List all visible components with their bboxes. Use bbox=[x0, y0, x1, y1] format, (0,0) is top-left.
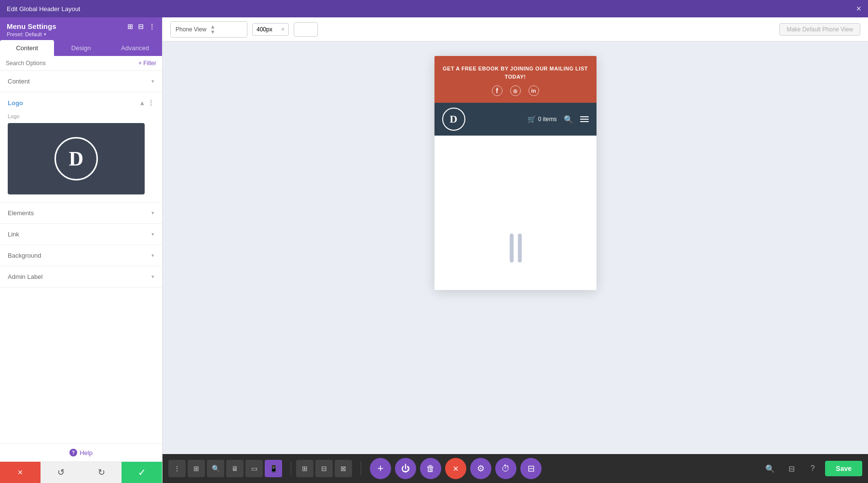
panel-columns-icon[interactable]: ⊟ bbox=[138, 23, 144, 30]
layout-tools-group: ⊞ ⊟ ⊠ bbox=[296, 460, 352, 477]
help-icon: ? bbox=[69, 449, 77, 456]
logo-preview-area[interactable]: D bbox=[8, 123, 145, 194]
close-action-button[interactable]: × bbox=[445, 458, 466, 479]
snap-tool-button[interactable]: ⊞ bbox=[296, 460, 313, 477]
delete-button[interactable]: 🗑 bbox=[420, 458, 441, 479]
grid-view-button[interactable]: ⊞ bbox=[188, 460, 205, 477]
panel-title-text: Menu Settings bbox=[7, 22, 56, 30]
grid-tool-button[interactable]: ⊟ bbox=[315, 460, 333, 477]
tablet-view-button[interactable]: ▭ bbox=[245, 460, 263, 477]
nav-logo: D bbox=[442, 108, 465, 131]
layout-button[interactable]: ⊟ bbox=[520, 458, 542, 479]
preview-body bbox=[434, 136, 597, 290]
logo-field-label: Logo bbox=[8, 113, 154, 119]
accordion-content-header[interactable]: Content ▾ bbox=[0, 71, 162, 92]
toolbar-separator-2 bbox=[361, 462, 361, 475]
title-bar: Edit Global Header Layout × bbox=[0, 0, 868, 17]
chevron-down-icon-3: ▾ bbox=[151, 231, 154, 237]
accordion-logo: Logo ▴ ⋮ Logo D bbox=[0, 92, 162, 203]
undo-button[interactable]: ↺ bbox=[41, 462, 81, 483]
tab-advanced[interactable]: Advanced bbox=[108, 40, 162, 56]
view-select-dropdown[interactable]: Phone View ▲ ▼ bbox=[170, 21, 247, 38]
nav-search-icon[interactable]: 🔍 bbox=[564, 115, 573, 124]
panel-action-bar: × ↺ ↻ ✓ bbox=[0, 461, 162, 483]
width-clear-icon[interactable]: × bbox=[281, 26, 285, 33]
toolbar-separator-1 bbox=[291, 462, 291, 475]
make-default-button[interactable]: Make Default Phone View bbox=[779, 23, 860, 36]
preview-nav-bar: D 🛒 0 items 🔍 bbox=[434, 103, 597, 136]
save-button[interactable]: Save bbox=[825, 461, 862, 476]
layout-tool-button[interactable]: ⊠ bbox=[335, 460, 352, 477]
accordion-link-header[interactable]: Link ▾ bbox=[0, 224, 162, 245]
settings-button[interactable]: ⚙ bbox=[470, 458, 491, 479]
panel-dots-icon[interactable]: ⋮ bbox=[149, 23, 155, 30]
panel-tabs: Content Design Advanced bbox=[0, 40, 162, 56]
help-bottom-button[interactable]: ? bbox=[804, 460, 821, 477]
accordion-admin-label: Admin Label ▾ bbox=[0, 266, 162, 288]
panel-title-row: Menu Settings ⊞ ⊟ ⋮ bbox=[7, 22, 155, 30]
cancel-button[interactable]: × bbox=[0, 462, 41, 483]
more-options-button[interactable]: ⋮ bbox=[168, 460, 186, 477]
power-button[interactable]: ⏻ bbox=[395, 458, 416, 479]
accordion-background: Background ▾ bbox=[0, 245, 162, 266]
panel-preset[interactable]: Preset: Default ▾ bbox=[7, 31, 155, 37]
width-input[interactable] bbox=[257, 26, 278, 33]
phone-preview: GET A FREE EBOOK BY JOINING OUR MAILING … bbox=[434, 56, 597, 290]
main-layout: Menu Settings ⊞ ⊟ ⋮ Preset: Default ▾ Co… bbox=[0, 17, 868, 483]
action-buttons-group: + ⏻ 🗑 × ⚙ ⏱ ⊟ bbox=[370, 458, 542, 479]
search-tool-button[interactable]: 🔍 bbox=[207, 460, 224, 477]
add-element-button[interactable]: + bbox=[370, 458, 391, 479]
preview-social-icons: f ◎ in bbox=[442, 85, 589, 96]
filter-button[interactable]: + Filter bbox=[138, 60, 156, 67]
title-bar-close-button[interactable]: × bbox=[856, 4, 861, 14]
phone-view-button[interactable]: 📱 bbox=[265, 460, 282, 477]
drag-handle-left[interactable] bbox=[510, 234, 514, 262]
accordion-elements-header[interactable]: Elements ▾ bbox=[0, 203, 162, 223]
nav-right-section: 🛒 0 items 🔍 bbox=[528, 115, 589, 124]
accordion-background-header[interactable]: Background ▾ bbox=[0, 245, 162, 266]
accordion-logo-header[interactable]: Logo ▴ ⋮ bbox=[0, 92, 162, 113]
panel-title-icons: ⊞ ⊟ ⋮ bbox=[127, 23, 155, 30]
preview-top-bar: GET A FREE EBOOK BY JOINING OUR MAILING … bbox=[434, 56, 597, 103]
cart-text: 0 items bbox=[538, 116, 557, 123]
bottom-toolbar: ⋮ ⊞ 🔍 🖥 ▭ 📱 ⊞ ⊟ ⊠ + ⏻ 🗑 × ⚙ bbox=[163, 454, 868, 483]
extra-px-input[interactable] bbox=[294, 22, 318, 37]
search-input[interactable] bbox=[6, 60, 136, 67]
left-panel: Menu Settings ⊞ ⊟ ⋮ Preset: Default ▾ Co… bbox=[0, 17, 163, 483]
nav-hamburger-icon[interactable] bbox=[580, 116, 589, 122]
panel-content: Content ▾ Logo ▴ ⋮ Logo D bbox=[0, 71, 162, 443]
logo-options-icon[interactable]: ⋮ bbox=[148, 99, 154, 107]
panel-header: Menu Settings ⊞ ⊟ ⋮ Preset: Default ▾ bbox=[0, 17, 162, 40]
chevron-up-icon[interactable]: ▴ bbox=[140, 99, 144, 107]
width-input-group: × bbox=[252, 23, 289, 36]
facebook-icon[interactable]: f bbox=[492, 85, 502, 96]
layers-button[interactable]: ⊟ bbox=[783, 460, 800, 477]
accordion-elements: Elements ▾ bbox=[0, 203, 162, 224]
accordion-admin-label-header[interactable]: Admin Label ▾ bbox=[0, 266, 162, 287]
logo-d-circle: D bbox=[54, 137, 98, 180]
title-bar-text: Edit Global Header Layout bbox=[7, 5, 80, 13]
nav-cart[interactable]: 🛒 0 items bbox=[528, 115, 557, 123]
select-arrows-icon: ▲ ▼ bbox=[210, 24, 216, 35]
panel-preset-text: Preset: Default bbox=[7, 31, 42, 37]
help-link[interactable]: ? Help bbox=[69, 449, 93, 456]
zoom-button[interactable]: 🔍 bbox=[761, 460, 779, 477]
tab-design[interactable]: Design bbox=[54, 40, 108, 56]
drag-handle-right[interactable] bbox=[518, 234, 522, 262]
instagram-icon[interactable]: ◎ bbox=[510, 85, 521, 96]
save-checkmark-button[interactable]: ✓ bbox=[122, 462, 162, 483]
redo-button[interactable]: ↻ bbox=[81, 462, 122, 483]
tab-content[interactable]: Content bbox=[0, 40, 54, 56]
view-tools-group: ⋮ ⊞ 🔍 🖥 ▭ 📱 bbox=[168, 460, 282, 477]
history-button[interactable]: ⏱ bbox=[495, 458, 516, 479]
view-select-label: Phone View bbox=[176, 26, 206, 33]
panel-grid-icon[interactable]: ⊞ bbox=[127, 23, 133, 30]
panel-search-bar: + Filter bbox=[0, 56, 162, 71]
accordion-link: Link ▾ bbox=[0, 224, 162, 245]
linkedin-icon[interactable]: in bbox=[529, 85, 539, 96]
desktop-view-button[interactable]: 🖥 bbox=[226, 460, 244, 477]
canvas-area: Phone View ▲ ▼ × Make Default Phone View bbox=[163, 17, 868, 483]
cart-icon: 🛒 bbox=[528, 115, 536, 123]
canvas-preview: GET A FREE EBOOK BY JOINING OUR MAILING … bbox=[163, 41, 868, 454]
logo-section-content: Logo D bbox=[0, 113, 162, 202]
